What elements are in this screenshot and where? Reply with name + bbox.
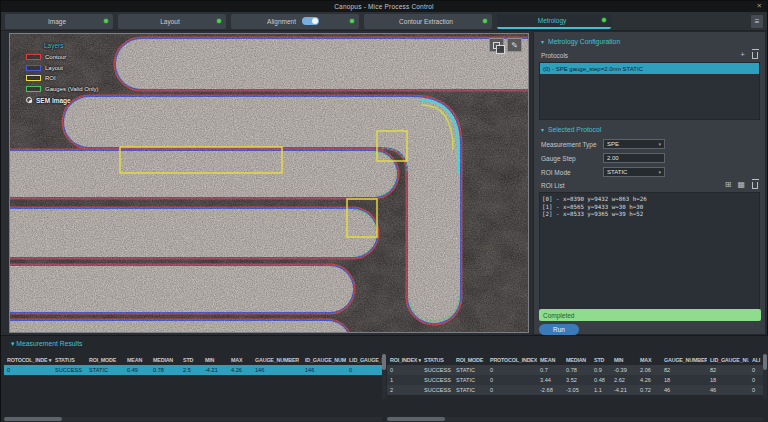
table-cell: SUCCESS <box>52 367 86 373</box>
table-cell: 2.06 <box>637 367 661 373</box>
legend-label: ROI <box>45 75 56 81</box>
column-header[interactable]: ALI <box>749 357 763 363</box>
table-row[interactable]: 1SUCCESSSTATIC03.443.520.482.624.2618180 <box>387 375 763 385</box>
legend-item-contour[interactable]: Contour <box>26 54 99 60</box>
legend-title: Layers <box>44 42 99 49</box>
delete-roi-icon[interactable] <box>752 182 758 189</box>
tab-metrology[interactable]: Metrology <box>497 14 611 29</box>
roi-list-item[interactable]: [1] - x=8565 y=9433 w=30 h=30 <box>542 204 757 212</box>
edit-roi-icon[interactable]: ▦ <box>737 181 745 189</box>
delete-protocol-icon[interactable] <box>752 52 758 59</box>
roi-mode-select[interactable]: STATIC ▾ <box>603 167 665 177</box>
table-cell: 4.26 <box>228 367 252 373</box>
alignment-toggle[interactable] <box>302 17 319 25</box>
column-header[interactable]: MEDIAN <box>563 357 591 363</box>
column-header[interactable]: MEDIAN <box>150 357 180 363</box>
status-dot <box>217 19 221 23</box>
sem-image-viewport[interactable]: Layers Contour Layout ROI Gauges (Valid … <box>9 33 529 333</box>
tab-label: Layout <box>160 18 180 25</box>
table-cell: 2.5 <box>180 367 202 373</box>
close-icon[interactable]: ✕ <box>757 2 762 10</box>
tab-image[interactable]: Image <box>5 14 113 29</box>
table-row[interactable]: 0SUCCESSSTATIC00.70.780.9-0.392.0682820 <box>387 365 763 375</box>
roi-table-hscrollbar[interactable] <box>387 417 763 421</box>
column-header[interactable]: GAUGE_NUMBER <box>661 357 707 363</box>
table-cell: 2 <box>387 387 421 393</box>
table-row[interactable]: 0SUCCESSSTATIC0.490.782.5-4.214.26146146… <box>4 365 382 375</box>
table-cell: -3.05 <box>563 387 591 393</box>
gauges-swatch <box>26 86 41 92</box>
column-header[interactable]: ROTOCOL_INDE ▾ <box>4 357 52 363</box>
chevron-down-icon: ▾ <box>658 141 661 147</box>
legend-label: Layout <box>45 65 63 71</box>
status-dot <box>350 19 354 23</box>
tab-alignment[interactable]: Alignment <box>231 14 359 29</box>
table-header-row: ROI_INDEX ▾STATUSROI_MODEPROTOCOL_INDEXM… <box>387 354 763 365</box>
column-header[interactable]: MIN <box>611 357 637 363</box>
column-header[interactable]: MAX <box>637 357 661 363</box>
column-header[interactable]: MEAN <box>537 357 563 363</box>
legend-item-roi[interactable]: ROI <box>26 75 99 81</box>
column-header[interactable]: PROTOCOL_INDEX <box>487 357 537 363</box>
table-cell: 0 <box>4 367 52 373</box>
protocol-item[interactable]: (0) - SPE gauge_step=2.0nm STATIC <box>540 63 759 74</box>
table-cell: 4.26 <box>637 377 661 383</box>
section-title: Selected Protocol <box>548 126 601 133</box>
table-cell: 0.49 <box>124 367 150 373</box>
protocols-label: Protocols <box>541 52 568 59</box>
column-header[interactable]: ID_GAUGE_NUM# <box>302 357 346 363</box>
add-protocol-icon[interactable]: + <box>740 51 745 59</box>
roi-table-scrollbar[interactable] <box>763 354 767 399</box>
run-button[interactable]: Run <box>539 324 579 335</box>
column-header[interactable]: ROI_INDEX ▾ <box>387 357 421 363</box>
column-header[interactable]: STD <box>591 357 611 363</box>
legend-item-layout[interactable]: Layout <box>26 65 99 71</box>
column-header[interactable]: LID_GAUGE_NUM# <box>346 357 382 363</box>
table-cell: 0 <box>749 377 763 383</box>
column-header[interactable]: STATUS <box>52 357 86 363</box>
metrology-config-header[interactable]: ▾Metrology Configuration <box>541 38 760 45</box>
title-bar: Canopus - Mice Process Control ✕ <box>1 1 767 12</box>
table-cell: 18 <box>661 377 707 383</box>
column-header[interactable]: STATUS <box>421 357 453 363</box>
select-value: SPE <box>607 141 619 147</box>
column-header[interactable]: ROI_MODE <box>86 357 124 363</box>
column-header[interactable]: STD <box>180 357 202 363</box>
snapshot-button[interactable] <box>489 38 504 52</box>
roi-list-item[interactable]: [0] - x=8390 y=9432 w=863 h=26 <box>542 196 757 204</box>
table-row[interactable]: 2SUCCESSSTATIC0-2.68-3.051.1-4.210.72464… <box>387 385 763 395</box>
edit-button[interactable]: ✎ <box>507 38 522 52</box>
roi-list-item[interactable]: [2] - x=8533 y=9365 w=39 h=52 <box>542 211 757 219</box>
legend-base-layer[interactable]: SEM Image <box>26 97 99 104</box>
legend-item-gauges[interactable]: Gauges (Valid Only) <box>26 86 99 92</box>
measurement-results-header[interactable]: ▾ Measurement Results <box>11 340 82 348</box>
table-cell: 0.78 <box>150 367 180 373</box>
protocol-table-scrollbar[interactable] <box>382 354 386 399</box>
toggle-knob <box>312 18 318 24</box>
table-cell: 146 <box>302 367 346 373</box>
protocol-table-hscrollbar[interactable] <box>4 417 382 421</box>
field-label: ROI Mode <box>541 169 603 176</box>
column-header[interactable]: GAUGE_NUMBER <box>252 357 302 363</box>
column-header[interactable]: MIN <box>202 357 228 363</box>
selected-protocol-header[interactable]: ▾Selected Protocol <box>541 126 760 133</box>
gauge-step-input[interactable] <box>603 153 665 163</box>
table-cell: 0.9 <box>591 367 611 373</box>
tab-label: Metrology <box>538 17 567 24</box>
add-roi-icon[interactable]: ⊞ <box>725 181 732 189</box>
roi-list-row: ROI List ⊞ ▦ <box>541 181 758 189</box>
column-header[interactable]: LID_GAUGE_NUM# <box>707 357 749 363</box>
roi-swatch <box>26 75 41 81</box>
section-title: Metrology Configuration <box>548 38 620 45</box>
column-header[interactable]: MAX <box>228 357 252 363</box>
menu-icon[interactable]: ≡ <box>751 15 763 28</box>
table-cell: 46 <box>707 387 749 393</box>
table-cell: 2.62 <box>611 377 637 383</box>
column-header[interactable]: MEAN <box>124 357 150 363</box>
table-cell: 82 <box>707 367 749 373</box>
tab-layout[interactable]: Layout <box>118 14 226 29</box>
measurement-type-select[interactable]: SPE ▾ <box>603 139 665 149</box>
tab-contour-extraction[interactable]: Contour Extraction <box>364 14 492 29</box>
table-cell: 0 <box>749 387 763 393</box>
column-header[interactable]: ROI_MODE <box>453 357 487 363</box>
